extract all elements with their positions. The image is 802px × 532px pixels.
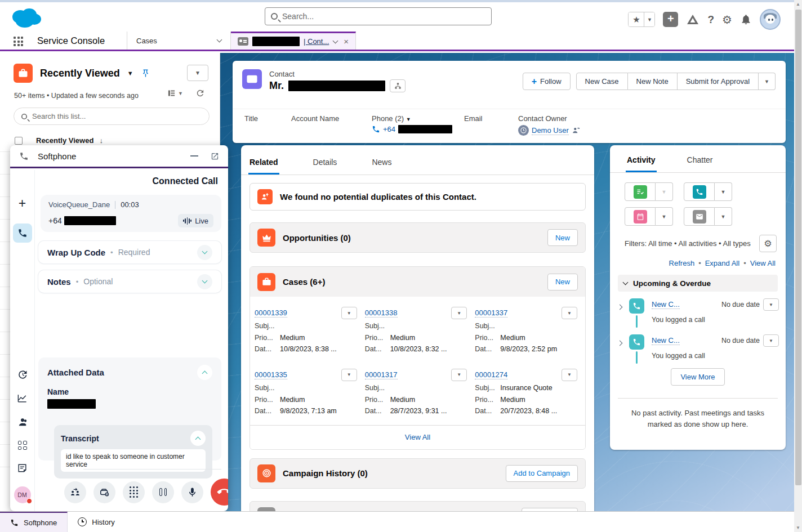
transfer-call-icon[interactable] (64, 481, 86, 503)
pin-icon[interactable] (141, 69, 150, 78)
notifications-bell-icon[interactable] (740, 14, 752, 25)
new-call-icon[interactable]: + (19, 196, 26, 211)
list-view-caret-icon[interactable]: ▼ (127, 70, 133, 77)
refresh-icon[interactable] (195, 88, 205, 98)
tab-details[interactable]: Details (313, 158, 337, 175)
case-subject-value[interactable]: Insurance Quote (500, 384, 552, 393)
activity-item-dropdown[interactable]: ▼ (763, 334, 779, 347)
agents-icon[interactable] (17, 417, 28, 428)
user-avatar[interactable] (760, 9, 781, 30)
case-row-actions-dropdown[interactable]: ▼ (341, 369, 357, 381)
tab-related[interactable]: Related (249, 158, 278, 175)
guidance-center-icon[interactable] (686, 13, 699, 26)
utility-softphone-tab[interactable]: Softphone (0, 512, 68, 532)
list-view-actions-dropdown[interactable]: ▼ (187, 65, 208, 81)
view-more-button[interactable]: View More (671, 368, 724, 386)
case-row-actions-dropdown[interactable]: ▼ (451, 369, 467, 381)
add-to-campaign-button[interactable]: Add to Campaign (506, 465, 578, 482)
scroll-down-icon[interactable]: ▼ (794, 525, 802, 530)
follow-button[interactable]: +Follow (523, 73, 571, 90)
salesforce-logo[interactable] (8, 5, 44, 32)
chevron-down-icon[interactable] (333, 38, 338, 43)
favorites-star-icon[interactable]: ★ (629, 12, 644, 26)
case-number-link[interactable]: 00001338 (365, 309, 398, 318)
case-number-link[interactable]: 00001317 (365, 370, 398, 379)
dialpad-icon[interactable] (123, 481, 145, 503)
apps-grid-icon[interactable] (18, 441, 27, 450)
new-event-dropdown[interactable]: ▼ (656, 207, 673, 226)
view-all-link[interactable]: View All (750, 259, 776, 267)
mute-mic-icon[interactable] (181, 481, 203, 503)
opportunities-title[interactable]: Opportunities (0) (283, 233, 351, 243)
close-tab-icon[interactable]: × (344, 37, 349, 46)
sort-descending-icon[interactable]: ↓ (99, 136, 103, 145)
notes-card[interactable]: Notes • Optional (38, 270, 221, 293)
expand-item-icon[interactable] (618, 334, 628, 364)
nav-tab-contact[interactable]: | Cont... × (231, 32, 356, 50)
case-number-link[interactable]: 00001339 (255, 309, 287, 318)
view-hierarchy-button[interactable] (390, 79, 406, 92)
case-row-actions-dropdown[interactable]: ▼ (341, 307, 357, 319)
tab-chatter[interactable]: Chatter (687, 155, 713, 172)
case-row-actions-dropdown[interactable]: ▼ (562, 307, 577, 319)
tab-news[interactable]: News (372, 158, 391, 175)
case-row-actions-dropdown[interactable]: ▼ (562, 369, 577, 381)
list-search[interactable] (14, 108, 210, 125)
list-search-input[interactable] (32, 112, 202, 120)
new-task-dropdown[interactable]: ▼ (656, 182, 673, 201)
new-case-button[interactable]: New Case (576, 73, 628, 90)
active-call-tab-icon[interactable] (13, 223, 32, 243)
expand-item-icon[interactable] (618, 298, 628, 328)
new-note-button[interactable]: New Note (628, 73, 678, 90)
scrollbar-thumb[interactable] (795, 10, 801, 485)
setup-gear-icon[interactable]: ⚙ (722, 13, 732, 26)
wrapup-code-card[interactable]: Wrap Up Code • Required (38, 241, 221, 263)
notes-pad-icon[interactable] (17, 463, 28, 473)
column-header[interactable]: Recently Viewed (36, 136, 93, 145)
utility-history-tab[interactable]: History (68, 512, 124, 532)
chevron-down-icon[interactable] (217, 37, 222, 43)
chevron-up-icon[interactable] (190, 431, 206, 446)
more-actions-dropdown[interactable]: ▼ (759, 73, 776, 90)
new-event-button[interactable] (625, 207, 656, 226)
email-button[interactable] (684, 207, 715, 226)
popout-icon[interactable] (211, 152, 219, 160)
chevron-down-icon[interactable] (197, 245, 212, 260)
scroll-up-icon[interactable]: ▲ (794, 2, 802, 7)
global-actions-icon[interactable]: + (663, 12, 678, 27)
cases-view-all-link[interactable]: View All (405, 433, 430, 441)
global-search[interactable] (265, 7, 492, 25)
chevron-down-icon[interactable] (197, 274, 212, 289)
activity-item-dropdown[interactable]: ▼ (763, 298, 779, 311)
new-case-related-button[interactable]: New (547, 274, 578, 290)
nav-tab-cases[interactable]: Cases (127, 32, 231, 50)
metrics-chart-icon[interactable] (17, 393, 28, 404)
field-label-phone[interactable]: Phone (2) ▼ (372, 114, 411, 123)
new-task-button[interactable] (625, 182, 656, 201)
new-opportunity-button[interactable]: New (547, 229, 578, 246)
page-scrollbar[interactable]: ▲ ▼ (794, 0, 802, 532)
field-value-phone[interactable]: +64 (372, 125, 452, 133)
recording-device-icon[interactable] (93, 481, 115, 503)
email-dropdown[interactable]: ▼ (715, 207, 732, 226)
global-search-input[interactable] (282, 12, 485, 21)
end-call-button[interactable] (211, 479, 228, 506)
tab-activity[interactable]: Activity (627, 155, 656, 172)
case-row-actions-dropdown[interactable]: ▼ (451, 307, 467, 319)
agent-avatar[interactable]: DM (14, 486, 31, 503)
change-owner-icon[interactable] (572, 126, 580, 135)
expand-all-link[interactable]: Expand All (705, 259, 739, 267)
activity-filters-gear-icon[interactable]: ⚙ (759, 235, 777, 252)
phone-link[interactable]: +64 (383, 125, 395, 133)
upcoming-overdue-header[interactable]: Upcoming & Overdue (618, 275, 778, 292)
display-as-icon[interactable]: ▼ (167, 89, 183, 97)
owner-link[interactable]: Demo User (532, 126, 569, 135)
list-view-title[interactable]: Recently Viewed (40, 68, 120, 79)
chevron-up-icon[interactable] (197, 365, 212, 380)
log-call-button[interactable] (684, 182, 715, 201)
hold-call-icon[interactable] (152, 481, 174, 503)
help-icon[interactable]: ? (707, 14, 714, 26)
campaign-history-title[interactable]: Campaign History (0) (283, 468, 368, 478)
app-launcher-icon[interactable] (14, 37, 23, 46)
activity-item-link[interactable]: New C... (652, 300, 680, 309)
